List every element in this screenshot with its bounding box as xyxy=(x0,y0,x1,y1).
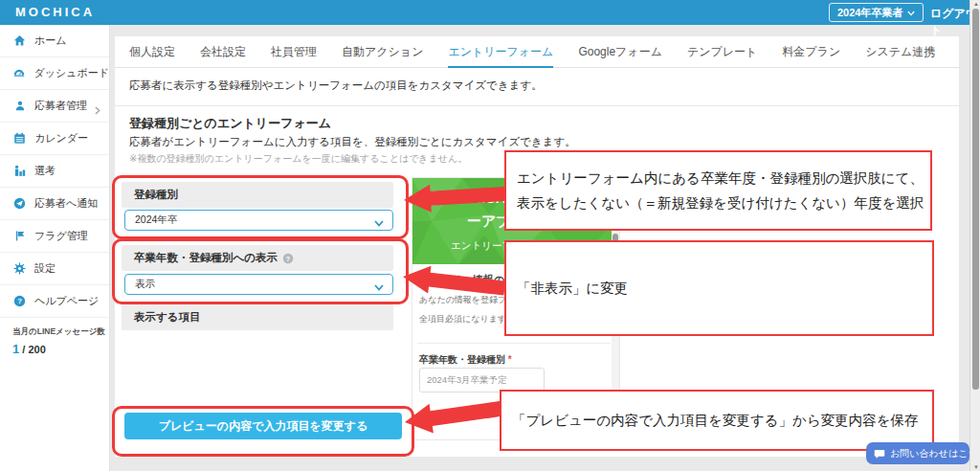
tab-8[interactable]: システム連携 xyxy=(865,36,935,68)
settings-icon xyxy=(12,261,27,276)
selection-icon xyxy=(12,164,27,178)
line-counter-label: 当月のLINEメッセージ数 xyxy=(12,326,109,338)
calendar-icon xyxy=(12,131,27,146)
registration-type-label-bar: 登録種別 xyxy=(122,182,393,208)
page-intro-text: 応募者に表示する登録種別やエントリーフォームの項目をカスタマイズできます。 xyxy=(129,78,543,93)
dashboard-icon xyxy=(12,66,26,80)
scroll-up-icon[interactable]: ▲ xyxy=(972,1,980,7)
line-counter-current: 1 xyxy=(12,342,19,356)
visibility-select[interactable]: 表示 xyxy=(124,274,393,295)
help-circle-icon[interactable]: ? xyxy=(282,253,294,264)
annotation-box-1: エントリーフォーム内にある卒業年度・登録種別の選択肢にて、 表示をしたくない（＝… xyxy=(504,150,932,231)
mochica-settings-page: MOCHICA 2024年卒業者 ログアウト ホームダッシュボード応募者管理カレ… xyxy=(0,0,980,471)
notify-icon xyxy=(12,196,27,211)
registration-type-label: 登録種別 xyxy=(134,188,178,202)
display-items-label: 表示する項目 xyxy=(134,310,201,325)
sidebar: ホームダッシュボード応募者管理カレンダー選考応募者へ通知フラグ管理設定?ヘルプペ… xyxy=(0,25,110,471)
tab-2[interactable]: 社員管理 xyxy=(271,36,317,68)
sidebar-item-label: 応募者管理 xyxy=(34,99,87,113)
section-note: ※複数の登録種別のエントリーフォームを一度に編集することはできません。 xyxy=(129,152,467,166)
tab-4[interactable]: エントリーフォーム xyxy=(448,36,553,68)
sidebar-item-notify[interactable]: 応募者へ通知 xyxy=(0,188,109,220)
sidebar-item-applicants[interactable]: 応募者管理 xyxy=(0,90,109,123)
line-message-counter: 当月のLINEメッセージ数 1 / 200 xyxy=(0,318,109,356)
chevron-down-icon xyxy=(374,217,384,229)
tab-0[interactable]: 個人設定 xyxy=(129,36,175,68)
divider xyxy=(417,343,611,344)
chevron-right-icon xyxy=(95,101,100,119)
sidebar-item-home[interactable]: ホーム xyxy=(0,25,109,57)
apply-preview-button[interactable]: プレビューの内容で入力項目を変更する xyxy=(124,413,402,439)
chevron-down-icon xyxy=(907,4,915,21)
page-scrollbar[interactable]: ▲ ▼ xyxy=(969,0,980,471)
annotation-box-2: 「非表示」に変更 xyxy=(504,240,934,336)
tabs-row: 個人設定会社設定社員管理自動アクションエントリーフォームGoogleフォームテン… xyxy=(115,36,959,68)
required-asterisk: * xyxy=(508,354,512,365)
sidebar-item-label: 設定 xyxy=(34,261,56,276)
visibility-value: 表示 xyxy=(135,278,155,291)
sidebar-item-label: ダッシュボード xyxy=(33,66,109,80)
sidebar-nav: ホームダッシュボード応募者管理カレンダー選考応募者へ通知フラグ管理設定?ヘルプペ… xyxy=(0,25,109,318)
sidebar-item-flag[interactable]: フラグ管理 xyxy=(0,220,109,253)
chat-bubble-icon xyxy=(874,448,885,460)
sidebar-item-settings[interactable]: 設定 xyxy=(0,253,109,285)
divider xyxy=(115,105,959,106)
sidebar-item-dashboard[interactable]: ダッシュボード xyxy=(0,57,109,90)
tab-7[interactable]: 料金プラン xyxy=(782,36,840,68)
home-icon xyxy=(12,34,27,48)
tab-3[interactable]: 自動アクション xyxy=(342,36,423,68)
visibility-label: 卒業年数・登録種別への表示 xyxy=(134,251,278,265)
sidebar-item-label: 選考 xyxy=(34,164,56,178)
line-counter-max: 200 xyxy=(28,344,45,355)
section-description: 応募者がエントリーフォームに入力する項目を、登録種別ごとにカスタマイズできます。 xyxy=(129,135,576,149)
tab-1[interactable]: 会社設定 xyxy=(200,36,246,68)
sidebar-item-label: カレンダー xyxy=(34,131,88,146)
sidebar-item-help[interactable]: ?ヘルプページ xyxy=(0,285,109,318)
registration-type-value: 2024年卒 xyxy=(135,213,177,227)
contact-chat-button[interactable]: お問い合わせはこちら xyxy=(866,442,969,464)
section-title: 登録種別ごとのエントリーフォーム xyxy=(129,115,331,132)
line-counter-separator: / xyxy=(22,344,25,355)
annotation-box-3: 「プレビューの内容で入力項目を変更する」から変更内容を保存 xyxy=(500,390,934,451)
svg-text:?: ? xyxy=(17,297,22,305)
svg-text:?: ? xyxy=(286,255,290,262)
applicants-icon xyxy=(12,99,27,113)
sidebar-item-label: フラグ管理 xyxy=(34,229,88,243)
app-header: MOCHICA 2024年卒業者 ログアウト xyxy=(0,0,980,25)
page-scrollbar-thumb[interactable] xyxy=(972,9,979,390)
sidebar-item-label: ホーム xyxy=(34,34,67,48)
mochica-logo: MOCHICA xyxy=(15,5,95,19)
tab-6[interactable]: テンプレート xyxy=(687,36,757,68)
tab-5[interactable]: Googleフォーム xyxy=(578,36,662,68)
graduation-year-selector[interactable]: 2024年卒業者 xyxy=(829,3,924,22)
year-selector-label: 2024年卒業者 xyxy=(837,4,902,21)
sidebar-item-label: 応募者へ通知 xyxy=(34,196,98,211)
flag-icon xyxy=(12,229,27,243)
preview-field-label: 卒業年数・登録種別 * xyxy=(419,353,512,367)
sidebar-item-label: ヘルプページ xyxy=(34,294,99,308)
visibility-label-bar: 卒業年数・登録種別への表示 ? xyxy=(122,245,393,271)
sidebar-item-calendar[interactable]: カレンダー xyxy=(0,123,109,155)
display-items-label-bar: 表示する項目 xyxy=(122,304,393,330)
sidebar-item-selection[interactable]: 選考 xyxy=(0,155,109,188)
chevron-down-icon xyxy=(374,281,384,293)
scroll-down-icon[interactable]: ▼ xyxy=(972,464,980,470)
help-icon: ? xyxy=(12,294,27,308)
preview-body-text-2: 全項目必須になります。 xyxy=(419,313,515,325)
registration-type-select[interactable]: 2024年卒 xyxy=(124,210,393,231)
